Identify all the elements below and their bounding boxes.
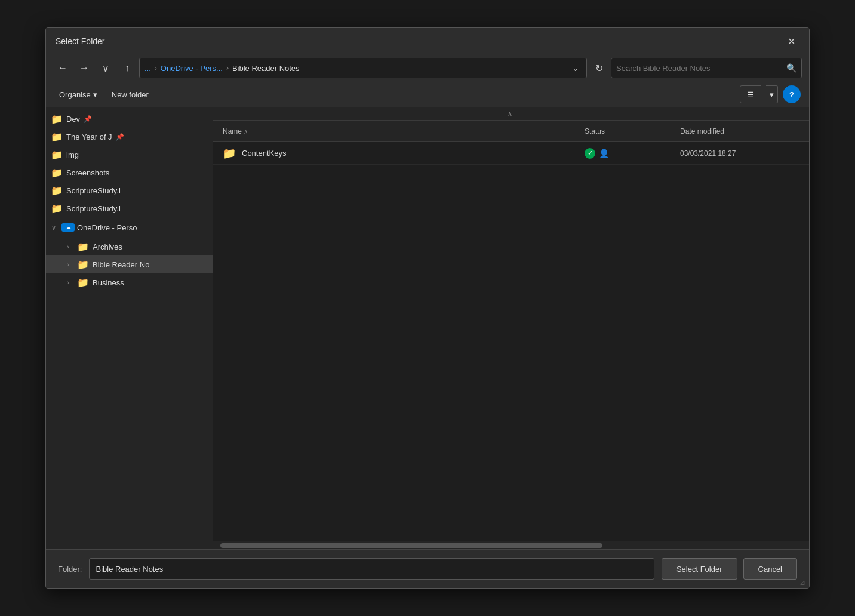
user-icon: 👤 bbox=[599, 149, 609, 158]
archives-label: Archives bbox=[93, 242, 122, 251]
folder-icon: 📁 bbox=[51, 167, 63, 178]
close-button[interactable]: ✕ bbox=[783, 33, 799, 50]
file-list-header: Name ∧ Status Date modified bbox=[213, 121, 809, 142]
horizontal-scrollbar[interactable] bbox=[213, 541, 809, 549]
breadcrumb-onedrive[interactable]: OneDrive - Pers... bbox=[161, 64, 223, 73]
folder-input[interactable] bbox=[89, 558, 654, 580]
status-check-icon: ✓ bbox=[585, 148, 595, 159]
bible-reader-label: Bible Reader No bbox=[93, 260, 149, 269]
search-icon[interactable]: 🔍 bbox=[786, 63, 796, 73]
breadcrumb-ellipsis[interactable]: ... bbox=[144, 64, 151, 73]
sidebar-item-screenshots[interactable]: 📁 Screenshots bbox=[46, 164, 213, 181]
nav-bar: ← → ∨ ↑ ... › OneDrive - Pers... › Bible… bbox=[46, 54, 809, 82]
up-button[interactable]: ↑ bbox=[118, 58, 137, 78]
sidebar-item-bible-reader[interactable]: › 📁 Bible Reader No bbox=[46, 255, 213, 273]
folder-icon: 📁 bbox=[223, 147, 236, 160]
col-status-header[interactable]: Status bbox=[585, 127, 680, 135]
sidebar-item-scripture2[interactable]: 📁 ScriptureStudy.l bbox=[46, 199, 213, 217]
onedrive-header[interactable]: ∨ ☁ OneDrive - Perso bbox=[46, 217, 213, 238]
bottom-bar: Folder: Select Folder Cancel bbox=[46, 549, 809, 588]
sidebar-item-year[interactable]: 📁 The Year of J 📌 bbox=[46, 128, 213, 146]
file-list: ∧ Name ∧ Status Date modified 📁 bbox=[213, 107, 809, 549]
sidebar-label: Screenshots bbox=[66, 168, 109, 177]
breadcrumb: ... › OneDrive - Pers... › Bible Reader … bbox=[139, 58, 587, 78]
folder-icon: 📁 bbox=[51, 113, 63, 125]
breadcrumb-sep1: › bbox=[155, 64, 157, 72]
col-status-label: Status bbox=[585, 127, 605, 135]
forward-button[interactable]: → bbox=[75, 58, 94, 78]
new-folder-button[interactable]: New folder bbox=[107, 88, 153, 101]
organise-button[interactable]: Organise ▾ bbox=[54, 88, 102, 101]
onedrive-expand-button[interactable]: ∨ bbox=[48, 222, 59, 233]
sidebar-label: img bbox=[66, 150, 79, 159]
pin-icon: 📌 bbox=[116, 133, 124, 141]
file-name-label: ContentKeys bbox=[242, 149, 286, 158]
select-folder-button[interactable]: Select Folder bbox=[662, 558, 737, 580]
sidebar-item-business[interactable]: › 📁 Business bbox=[46, 273, 213, 291]
col-date-label: Date modified bbox=[680, 127, 724, 135]
folder-icon: 📁 bbox=[51, 185, 63, 196]
folder-icon: 📁 bbox=[77, 259, 89, 270]
sidebar-label: ScriptureStudy.l bbox=[66, 186, 121, 195]
scrollbar-thumb[interactable] bbox=[220, 543, 602, 548]
folder-icon: 📁 bbox=[77, 241, 89, 252]
organise-label: Organise bbox=[59, 90, 91, 99]
view-dropdown-button[interactable]: ▾ bbox=[766, 85, 778, 103]
collapse-arrow[interactable]: ∧ bbox=[508, 110, 512, 118]
onedrive-icon: ☁ bbox=[61, 223, 75, 232]
dialog-title: Select Folder bbox=[56, 36, 104, 46]
folder-icon: 📁 bbox=[51, 131, 63, 143]
view-icon-button[interactable]: ☰ bbox=[740, 85, 761, 103]
col-name-label: Name bbox=[223, 127, 242, 135]
sidebar-item-scripture1[interactable]: 📁 ScriptureStudy.l bbox=[46, 181, 213, 199]
pin-icon: 📌 bbox=[84, 115, 92, 123]
folder-icon: 📁 bbox=[51, 203, 63, 214]
select-folder-dialog: Select Folder ✕ ← → ∨ ↑ ... › OneDrive -… bbox=[45, 27, 810, 589]
cancel-button[interactable]: Cancel bbox=[743, 558, 797, 580]
breadcrumb-current[interactable]: Bible Reader Notes bbox=[232, 64, 300, 73]
search-input[interactable] bbox=[616, 64, 783, 73]
search-box: 🔍 bbox=[611, 58, 802, 78]
breadcrumb-sep2: › bbox=[226, 64, 229, 72]
resize-grip[interactable]: ⊿ bbox=[799, 578, 808, 587]
folder-icon: 📁 bbox=[51, 149, 63, 161]
sidebar-item-dev[interactable]: 📁 Dev 📌 bbox=[46, 110, 213, 128]
action-buttons: Select Folder Cancel bbox=[662, 558, 797, 580]
dropdown-history-button[interactable]: ∨ bbox=[96, 58, 115, 78]
folder-label: Folder: bbox=[58, 565, 82, 574]
archives-expand-button[interactable]: › bbox=[63, 241, 73, 252]
file-status-cell: ✓ 👤 bbox=[585, 148, 680, 159]
file-date-cell: 03/03/2021 18:27 bbox=[680, 149, 799, 158]
sidebar-item-img[interactable]: 📁 img bbox=[46, 146, 213, 164]
organise-arrow: ▾ bbox=[93, 90, 97, 99]
onedrive-label: OneDrive - Perso bbox=[77, 223, 137, 232]
file-name-cell: 📁 ContentKeys bbox=[223, 147, 585, 160]
toolbar: Organise ▾ New folder ☰ ▾ ? bbox=[46, 82, 809, 107]
business-label: Business bbox=[93, 278, 124, 287]
back-button[interactable]: ← bbox=[53, 58, 72, 78]
bible-reader-expand-button[interactable]: › bbox=[63, 259, 73, 270]
help-button[interactable]: ? bbox=[783, 85, 801, 103]
sidebar-item-archives[interactable]: › 📁 Archives bbox=[46, 238, 213, 255]
sort-arrow: ∧ bbox=[244, 128, 248, 135]
table-row[interactable]: 📁 ContentKeys ✓ 👤 03/03/2021 18:27 bbox=[213, 142, 809, 165]
col-name-header[interactable]: Name ∧ bbox=[223, 127, 585, 135]
sidebar-label: ScriptureStudy.l bbox=[66, 204, 121, 213]
sidebar-label: The Year of J bbox=[66, 133, 112, 141]
sidebar: 📁 Dev 📌 📁 The Year of J 📌 📁 img 📁 Screen… bbox=[46, 107, 213, 549]
business-expand-button[interactable]: › bbox=[63, 277, 73, 288]
breadcrumb-dropdown-button[interactable]: ⌄ bbox=[570, 63, 582, 73]
col-date-header[interactable]: Date modified bbox=[680, 127, 799, 135]
main-area: 📁 Dev 📌 📁 The Year of J 📌 📁 img 📁 Screen… bbox=[46, 107, 809, 549]
refresh-button[interactable]: ↻ bbox=[589, 58, 608, 78]
title-bar: Select Folder ✕ bbox=[46, 28, 809, 54]
sidebar-label: Dev bbox=[66, 115, 80, 124]
folder-icon: 📁 bbox=[77, 277, 89, 288]
